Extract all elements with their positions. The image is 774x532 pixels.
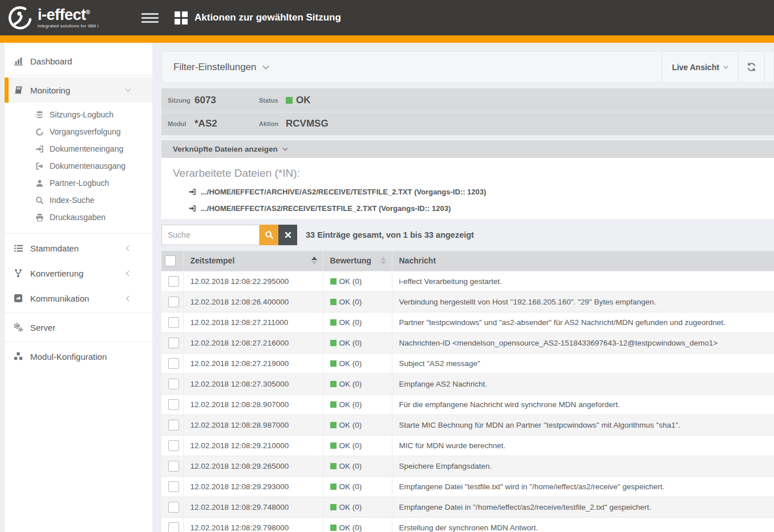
message-cell: Empfange AS2 Nachricht.: [392, 373, 774, 394]
row-checkbox[interactable]: [168, 522, 179, 532]
table-row[interactable]: 12.02.2018 12:08:29.798000 OK (0) Erstel…: [161, 517, 774, 532]
divider: [5, 342, 152, 342]
table-row[interactable]: 12.02.2018 12:08:28.987000 OK (0) Starte…: [161, 415, 774, 435]
status-green-icon: [286, 97, 293, 104]
code-fork-icon: [13, 268, 23, 278]
divider: [5, 312, 152, 313]
table-row[interactable]: 12.02.2018 12:08:27.305000 OK (0) Empfan…: [161, 373, 774, 394]
sign-out-icon: [35, 161, 44, 170]
sidebar-item-monitoring[interactable]: Monitoring: [5, 78, 152, 103]
sidebar-item-label: Monitoring: [30, 86, 70, 95]
linked-files-toggle[interactable]: Verknüpfte Dateien anzeigen: [161, 140, 774, 158]
sidebar-item-partner-logbuch[interactable]: Partner-Logbuch: [5, 174, 152, 192]
column-header-zeitstempel[interactable]: Zeitstempel: [183, 251, 323, 271]
filter-bar: Filter-Einstellungen Live Ansicht: [161, 51, 774, 83]
rating-cell: OK (0): [323, 332, 392, 353]
linked-file-link[interactable]: .../HOME/IEFFECT/ARCHIVE/AS2/RECEIVE/TES…: [189, 188, 774, 196]
row-checkbox[interactable]: [168, 420, 179, 431]
refresh-button[interactable]: [738, 52, 764, 82]
table-row[interactable]: 12.02.2018 12:08:29.293000 OK (0) Empfan…: [161, 476, 774, 497]
bar-chart-icon: [13, 56, 23, 66]
status-value: OK: [296, 95, 311, 106]
row-checkbox[interactable]: [168, 481, 179, 492]
timestamp-cell: 12.02.2018 12:08:28.987000: [183, 415, 323, 435]
row-checkbox[interactable]: [168, 379, 179, 389]
close-icon: [285, 232, 291, 238]
sidebar-item-modul-konfiguration[interactable]: Modul-Konfiguration: [5, 344, 152, 369]
sidebar-item-sitzungs-logbuch[interactable]: Sitzungs-Logbuch: [5, 106, 152, 123]
column-header-bewertung[interactable]: Bewertung: [323, 251, 392, 271]
sidebar-item-vorgangsverfolgung[interactable]: Vorgangsverfolgung: [5, 123, 152, 140]
table-row[interactable]: 12.02.2018 12:08:27.219000 OK (0) Subjec…: [161, 353, 774, 373]
refresh-icon: [747, 62, 756, 72]
entries-summary: 33 Einträge gesamt, von 1 bis 33 angezei…: [306, 230, 474, 239]
linked-file-link[interactable]: .../HOME/IEFFECT/AS2/RECEIVE/TESTFILE_2.…: [189, 204, 774, 213]
message-cell: Subject "AS2 message": [392, 353, 774, 373]
status-green-icon: [330, 525, 337, 531]
table-row[interactable]: 12.02.2018 12:08:27.216000 OK (0) Nachri…: [161, 332, 774, 353]
rating-cell: OK (0): [323, 517, 392, 532]
rating-cell: OK (0): [323, 271, 392, 291]
sign-in-icon: [189, 205, 196, 212]
print-icon: [35, 213, 44, 222]
table-row[interactable]: 12.02.2018 12:08:29.265000 OK (0) Speich…: [161, 456, 774, 476]
divider: [5, 75, 152, 76]
log-table: Zeitstempel Bewertung Nachricht 12.02.20…: [161, 251, 774, 532]
search-input[interactable]: [161, 225, 260, 245]
filter-settings-toggle[interactable]: Filter-Einstellungen: [162, 52, 662, 82]
row-checkbox[interactable]: [168, 358, 179, 369]
timestamp-cell: 12.02.2018 12:08:29.265000: [183, 456, 323, 476]
table-row[interactable]: 12.02.2018 12:08:28.907000 OK (0) Für di…: [161, 394, 774, 415]
hamburger-menu-icon[interactable]: [141, 11, 159, 25]
select-all-checkbox[interactable]: [165, 255, 176, 266]
message-cell: Partner "testpcwindows" und "as2-absende…: [392, 312, 774, 332]
table-row[interactable]: 12.02.2018 12:08:26.400000 OK (0) Verbin…: [161, 291, 774, 312]
table-row[interactable]: 12.02.2018 12:08:22.295000 OK (0) i-effe…: [161, 271, 774, 291]
row-checkbox[interactable]: [168, 338, 179, 348]
sidebar-item-label: Druckausgaben: [50, 213, 106, 222]
row-checkbox[interactable]: [168, 276, 179, 287]
sidebar-item-index-suche[interactable]: Index-Suche: [5, 192, 152, 209]
message-cell: MIC für MDN wurde berechnet.: [392, 435, 774, 456]
table-header-row: Zeitstempel Bewertung Nachricht: [161, 251, 774, 271]
row-checkbox[interactable]: [168, 399, 179, 410]
rating-cell: OK (0): [323, 456, 392, 476]
select-all-header[interactable]: [161, 251, 183, 271]
row-checkbox[interactable]: [168, 297, 179, 307]
book-icon: [13, 85, 23, 95]
live-view-dropdown[interactable]: Live Ansicht: [662, 52, 738, 82]
message-cell: i-effect Verarbeitung gestartet.: [392, 271, 774, 291]
column-header-nachricht[interactable]: Nachricht: [392, 251, 774, 271]
registered-mark: ®: [86, 9, 90, 15]
timestamp-cell: 12.02.2018 12:08:29.210000: [183, 435, 323, 456]
row-checkbox[interactable]: [168, 440, 179, 451]
sidebar-item-label: Sitzungs-Logbuch: [50, 110, 114, 119]
sidebar-item-dokumentenausgang[interactable]: Dokumentenausgang: [5, 157, 152, 174]
linked-files-toggle-label: Verknüpfte Dateien anzeigen: [173, 145, 278, 153]
main-content: Filter-Einstellungen Live Ansicht: [161, 43, 774, 532]
status-green-icon: [330, 463, 337, 469]
brand-logo[interactable]: i-effect® integrated solutions for IBM i: [0, 5, 131, 30]
table-row[interactable]: 12.02.2018 12:08:29.210000 OK (0) MIC fü…: [161, 435, 774, 456]
table-row[interactable]: 12.02.2018 12:08:29.748000 OK (0) Empfan…: [161, 497, 774, 517]
message-cell: Für die empfangene Nachricht wird synchr…: [392, 394, 774, 415]
search-button[interactable]: [260, 225, 278, 245]
sidebar-item-druckausgaben[interactable]: Druckausgaben: [5, 209, 152, 226]
row-checkbox[interactable]: [168, 502, 179, 513]
row-checkbox[interactable]: [168, 461, 179, 472]
clear-search-button[interactable]: [278, 225, 297, 245]
sidebar-item-dokumenteneingang[interactable]: Dokumenteneingang: [5, 140, 152, 157]
message-cell: Empfangene Datei in "/home/ieffect/as2/r…: [392, 497, 774, 517]
chevron-down-icon: [723, 66, 728, 69]
row-checkbox[interactable]: [168, 317, 179, 328]
sidebar-item-dashboard[interactable]: Dashboard: [5, 48, 152, 74]
sidebar-item-stammdaten[interactable]: Stammdaten: [5, 235, 152, 261]
rating-cell: OK (0): [323, 476, 392, 497]
database-icon: [35, 110, 44, 119]
chevron-down-icon: [123, 85, 133, 95]
sidebar-item-kommunikation[interactable]: Kommunikation: [5, 286, 152, 311]
chevron-left-icon: [123, 293, 133, 303]
sidebar-item-konvertierung[interactable]: Konvertierung: [5, 261, 152, 286]
table-row[interactable]: 12.02.2018 12:08:27.211000 OK (0) Partne…: [161, 312, 774, 332]
sidebar-item-server[interactable]: Server: [5, 315, 152, 340]
